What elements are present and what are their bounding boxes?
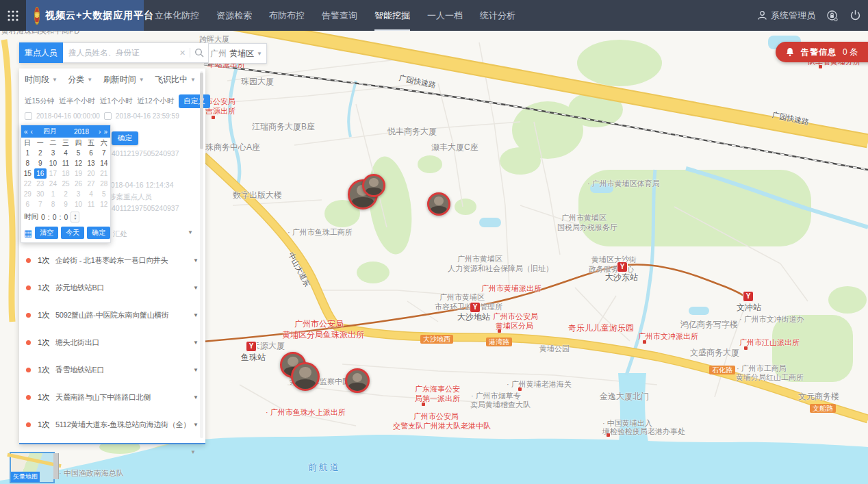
quick-range-button[interactable]: 自定义 [179, 94, 210, 108]
calendar-day-cell[interactable]: 19 [72, 168, 85, 179]
time-stepper[interactable]: ▲▼ [71, 212, 79, 222]
calendar-day-cell[interactable]: 6 [21, 199, 34, 209]
nav-item[interactable]: 布防布控 [269, 0, 305, 31]
calendar-day-cell[interactable]: 3 [72, 189, 85, 199]
calendar-day-cell[interactable]: 10 [72, 199, 85, 209]
calendar-year[interactable]: 2018 [67, 128, 96, 136]
calendar-day-cell[interactable]: 1 [47, 189, 60, 199]
calendar-day-cell[interactable]: 23 [34, 179, 47, 189]
calendar-day-cell[interactable]: 16 [34, 168, 47, 179]
calendar-day-cell[interactable]: 27 [85, 179, 98, 189]
calendar-today-button[interactable]: 今天 [61, 227, 84, 239]
item-chevron-down-icon[interactable]: ▼ [193, 312, 199, 318]
nav-item[interactable]: 一人一档 [427, 0, 463, 31]
quick-range-button[interactable]: 近半个小时 [59, 97, 95, 106]
quick-range-button[interactable]: 近12个小时 [138, 97, 175, 106]
list-item[interactable]: 1次5112黄埔大道东-鱼珠总站向海边街（全）▼ [19, 411, 205, 438]
prev-year-icon[interactable]: « [24, 128, 28, 136]
clear-search-icon[interactable]: ✕ [179, 49, 186, 58]
item-chevron-down-icon[interactable]: ▼ [193, 340, 199, 346]
calendar-day-cell[interactable]: 5 [72, 148, 85, 158]
calendar-day-cell[interactable]: 2 [34, 148, 47, 158]
calendar-day-cell[interactable]: 24 [47, 179, 60, 189]
calendar-day-cell[interactable]: 15 [21, 168, 34, 179]
time-hour[interactable]: 0 [41, 213, 45, 221]
calendar-day-cell[interactable]: 6 [85, 148, 98, 158]
filter-dropdown[interactable]: 时间段▼ [25, 74, 58, 86]
calendar-day-cell[interactable]: 10 [47, 158, 60, 168]
nav-item[interactable]: 告警查询 [322, 0, 357, 31]
app-grid-button[interactable] [0, 0, 26, 31]
next-month-icon[interactable]: › [99, 128, 101, 136]
calendar-day-cell[interactable]: 1 [21, 148, 34, 158]
calendar-clear-button[interactable]: 清空 [35, 227, 58, 239]
calendar-day-cell[interactable]: 4 [85, 189, 98, 199]
search-icon[interactable] [194, 48, 204, 58]
calendar-day-cell[interactable]: 28 [97, 179, 110, 189]
calendar-day-cell[interactable]: 4 [60, 148, 73, 158]
date-to-checkbox[interactable] [104, 112, 112, 120]
filter-dropdown[interactable]: 分类▼ [68, 74, 92, 86]
list-item[interactable]: 1次企岭街 - 北1巷枣岭东一巷口向井头▼ [19, 246, 205, 274]
calendar-day-cell[interactable]: 22 [21, 179, 34, 189]
calendar-day-cell[interactable]: 26 [72, 179, 85, 189]
person-marker[interactable] [291, 362, 320, 391]
nav-item[interactable]: 资源检索 [216, 0, 252, 31]
security-settings-button[interactable] [826, 10, 839, 22]
calendar-day-cell[interactable]: 3 [47, 148, 60, 158]
calendar-day-cell[interactable]: 18 [60, 168, 73, 179]
calendar-day-cell[interactable]: 29 [21, 189, 34, 199]
user-menu[interactable]: 系统管理员 [757, 10, 815, 22]
person-marker[interactable] [345, 368, 370, 393]
tab-key-person[interactable]: 重点人员 [19, 42, 63, 63]
record-agg-chevron-icon[interactable]: ▼ [188, 229, 193, 235]
calendar-day-cell[interactable]: 20 [85, 168, 98, 179]
calendar-day-cell[interactable]: 12 [72, 158, 85, 168]
prev-month-icon[interactable]: ‹ [31, 128, 33, 136]
date-from-checkbox[interactable] [25, 112, 32, 120]
person-marker[interactable] [362, 174, 385, 197]
calendar-day-cell[interactable]: 7 [34, 199, 47, 209]
calendar-day-cell[interactable]: 11 [60, 158, 73, 168]
calendar-day-cell[interactable]: 2 [60, 189, 73, 199]
time-second[interactable]: 0 [64, 213, 68, 221]
calendar-day-cell[interactable]: 12 [97, 199, 110, 209]
calendar-day-cell[interactable]: 8 [21, 158, 34, 168]
list-item[interactable]: 1次苏元地铁站B口▼ [19, 274, 205, 301]
calendar-day-cell[interactable]: 30 [34, 189, 47, 199]
calendar-day-cell[interactable]: 9 [60, 199, 73, 209]
item-chevron-down-icon[interactable]: ▼ [193, 422, 199, 428]
filter-dropdown[interactable]: 刷新时间▼ [103, 74, 144, 86]
calendar-day-cell[interactable]: 17 [47, 168, 60, 179]
confirm-button[interactable]: 确定 [112, 131, 138, 145]
alert-bar[interactable]: 告警信息 0 条 [776, 42, 868, 62]
date-from-value[interactable]: 2018-04-16 00:00:00 [36, 112, 100, 120]
nav-item[interactable]: 智能挖掘 [374, 0, 410, 31]
minimap[interactable]: 矢量地图 [10, 452, 55, 483]
date-to-value[interactable]: 2018-04-16 23:59:59 [116, 112, 179, 120]
quick-range-button[interactable]: 近15分钟 [25, 97, 54, 106]
item-chevron-down-icon[interactable]: ▼ [193, 394, 199, 400]
calendar-day-cell[interactable]: 7 [97, 148, 110, 158]
logout-button[interactable] [850, 10, 861, 21]
item-chevron-down-icon[interactable]: ▼ [193, 257, 199, 264]
calendar-day-cell[interactable]: 13 [85, 158, 98, 168]
item-chevron-down-icon[interactable]: ▼ [193, 367, 199, 373]
item-chevron-down-icon[interactable]: ▼ [193, 285, 199, 291]
filter-dropdown[interactable]: 飞识比中▼ [155, 74, 196, 86]
calendar-day-cell[interactable]: 11 [85, 199, 98, 209]
calendar-day-cell[interactable]: 14 [97, 158, 110, 168]
nav-item[interactable]: 统计分析 [480, 0, 515, 31]
list-item[interactable]: 1次5092蟹山路-中医院东南向蟹山横街▼ [19, 301, 205, 329]
calendar-ok-button[interactable]: 确定 [87, 227, 110, 239]
list-item[interactable]: 1次天麓南路与山下中路路口北侧▼ [19, 383, 205, 411]
calendar-day-cell[interactable]: 8 [47, 199, 60, 209]
calendar-day-cell[interactable]: 25 [60, 179, 73, 189]
calendar-day-cell[interactable]: 21 [97, 168, 110, 179]
list-item[interactable]: 1次香雪地铁站E口▼ [19, 356, 205, 383]
calendar-day-cell[interactable]: 5 [97, 189, 110, 199]
person-search-input[interactable] [67, 48, 175, 58]
calendar-grid-icon[interactable]: ▦ [24, 229, 32, 238]
region-selector[interactable]: 广州 黄埔区 ▼ [205, 43, 267, 64]
nav-item[interactable]: 立体化防控 [155, 0, 199, 31]
